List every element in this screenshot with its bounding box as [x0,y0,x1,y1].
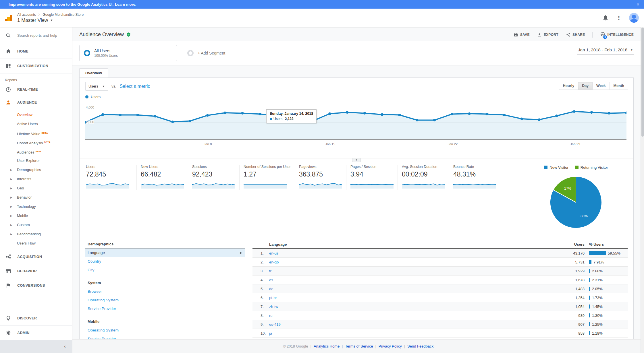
dimension-demographics-country[interactable]: Country [85,257,245,266]
pie-slice-label: 83% [581,214,588,218]
sidebar-item-admin[interactable]: ADMIN [0,326,72,340]
language-link[interactable]: es [269,278,550,282]
sidebar-item-interests[interactable]: ▶Interests [0,174,72,184]
export-button[interactable]: EXPORT [537,32,558,37]
more-options-icon[interactable]: ⋮ [616,15,622,21]
footer-link-send-feedback[interactable]: Send Feedback [407,344,433,348]
vertical-scrollbar[interactable] [641,27,644,353]
sidebar-item-benchmarking[interactable]: ▶Benchmarking [0,230,72,239]
col-header-users[interactable]: Users [550,242,585,247]
view-selector[interactable]: 1 Master View ▼ [17,18,84,23]
sidebar-collapse-button[interactable]: ‹ [0,340,72,353]
footer-link-privacy-policy[interactable]: Privacy Policy [379,344,402,348]
select-metric-link[interactable]: Select a metric [120,84,150,89]
tooltip-value: 2,122 [285,117,294,121]
language-link[interactable]: en-gb [269,260,550,264]
scorecard-users[interactable]: Users72,845 [85,165,136,190]
tab-overview[interactable]: Overview [79,68,108,78]
sidebar-item-customization[interactable]: CUSTOMIZATION [0,59,72,73]
granularity-hourly[interactable]: Hourly [559,82,579,90]
sidebar-item-custom[interactable]: ▶Custom [0,220,72,230]
share-button[interactable]: SHARE [566,32,585,37]
dimension-demographics-language[interactable]: Language▶ [85,249,245,257]
intelligence-button[interactable]: 5 INTELLIGENCE [600,32,634,38]
sidebar-item-mobile[interactable]: ▶Mobile [0,211,72,220]
scorecard-sessions[interactable]: Sessions92,423 [188,165,239,190]
scorecard-pageviews[interactable]: Pageviews363,875 [295,165,346,190]
sidebar-item-users-flow[interactable]: Users Flow [0,239,72,248]
footer-link-terms-of-service[interactable]: Terms of Service [345,344,373,348]
notifications-bell-icon[interactable] [602,15,609,21]
banner-close-icon[interactable]: × [637,2,639,7]
sidebar-item-conversions[interactable]: CONVERSIONS [0,278,72,293]
col-header-language[interactable]: Language [269,242,550,247]
sidebar-item-audience[interactable]: AUDIENCE [0,96,72,109]
timeseries-chart: 4,000 2,000 Sunday, January 14, 2018 Use… [85,101,628,158]
scrollbar-thumb[interactable] [641,28,644,137]
sidebar-item-behavior[interactable]: BEHAVIOR [0,264,72,278]
row-rank: 6. [261,296,269,300]
language-link[interactable]: de [269,287,550,291]
sidebar-item-lifetime-value[interactable]: Lifetime ValueBETA [0,129,72,138]
dimension-system-browser[interactable]: Browser [85,287,245,296]
sidebar-item-label: User Explorer [17,158,40,163]
granularity-buttons: HourlyDayWeekMonth [559,82,628,90]
pct-bar [589,287,590,291]
search-input[interactable]: Search reports and help [0,27,72,44]
language-link[interactable]: pt-br [269,296,550,300]
breadcrumb-account[interactable]: Google Merchandise Store [43,13,84,17]
sidebar-item-active-users[interactable]: Active Users [0,119,72,129]
dimension-mobile-operating-system[interactable]: Operating System [85,326,245,335]
sidebar-item-cohort-analysis[interactable]: Cohort AnalysisBETA [0,138,72,147]
sidebar-item-audiences[interactable]: AudiencesNEW [0,147,72,156]
granularity-month[interactable]: Month [610,82,628,90]
sidebar-item-discover[interactable]: DISCOVER [0,311,72,325]
chart-collapse-button[interactable]: ▼ [352,158,361,162]
sidebar-item-label: AUDIENCE [17,100,37,104]
sidebar-item-home[interactable]: HOME [0,44,72,59]
language-link[interactable]: ru [269,313,550,318]
dimension-system-service-provider[interactable]: Service Provider [85,304,245,313]
sidebar-item-user-explorer[interactable]: User Explorer [0,156,72,165]
pct-users-cell: 1.30% [585,313,628,318]
dimension-demographics-city[interactable]: City [85,266,245,274]
sidebar-item-geo[interactable]: ▶Geo [0,184,72,193]
user-avatar[interactable] [629,13,639,23]
sidebar-item-overview[interactable]: Overview [0,110,72,119]
sidebar-item-demographics[interactable]: ▶Demographics [0,165,72,174]
language-link[interactable]: ja [269,331,550,335]
save-button[interactable]: SAVE [514,32,530,37]
sidebar-nav: Search reports and help HOME CUSTOMIZATI… [0,27,72,353]
scorecard-number-of-sessions-per-user[interactable]: Number of Sessions per User1.27 [239,165,295,190]
pct-value: 59.55% [608,251,620,255]
metric-select[interactable]: Users ▼ [85,82,108,91]
language-link[interactable]: en-us [269,251,550,255]
scorecard-new-users[interactable]: New Users66,482 [136,165,188,190]
breadcrumb-all-accounts[interactable]: All accounts [17,13,36,17]
add-segment-button[interactable]: + Add Segment [183,45,280,61]
tooltip-series-swatch [270,118,272,120]
segment-all-users[interactable]: All Users 100.00% Users [79,45,177,61]
col-header-pct-users[interactable]: % Users [585,242,628,247]
visitor-type-block: New VisitorReturning Visitor 83%17% [524,165,630,229]
language-link[interactable]: zh-tw [269,304,550,309]
language-link[interactable]: fr [269,269,550,273]
visitor-pie-chart[interactable]: 83%17% [549,174,603,229]
granularity-week[interactable]: Week [593,82,610,90]
language-link[interactable]: es-419 [269,322,550,327]
date-range-picker[interactable]: Jan 1, 2018 - Feb 1, 2018 ▼ [577,47,634,55]
granularity-day[interactable]: Day [578,82,593,90]
footer-link-analytics-home[interactable]: Analytics Home [314,344,340,348]
scorecard-bounce-rate[interactable]: Bounce Rate48.31% [449,165,500,190]
sidebar-item-real-time[interactable]: REAL-TIME [0,83,72,96]
learn-more-link[interactable]: Learn more. [115,2,136,7]
sidebar-item-acquisition[interactable]: ACQUISITION [0,250,72,264]
sidebar-item-behavior[interactable]: ▶Behavior [0,193,72,202]
announcement-banner: Improvements are coming soon to the Goog… [0,0,644,9]
dimension-system-operating-system[interactable]: Operating System [85,296,245,304]
scorecard-avg-session-duration[interactable]: Avg. Session Duration00:02:09 [398,165,449,190]
sidebar-item-technology[interactable]: ▶Technology [0,202,72,211]
users-line-chart[interactable] [85,101,626,140]
table-row-pt-br: 6.pt-br1,2541.73% [252,293,628,302]
scorecard-pages-session[interactable]: Pages / Session3.94 [346,165,398,190]
